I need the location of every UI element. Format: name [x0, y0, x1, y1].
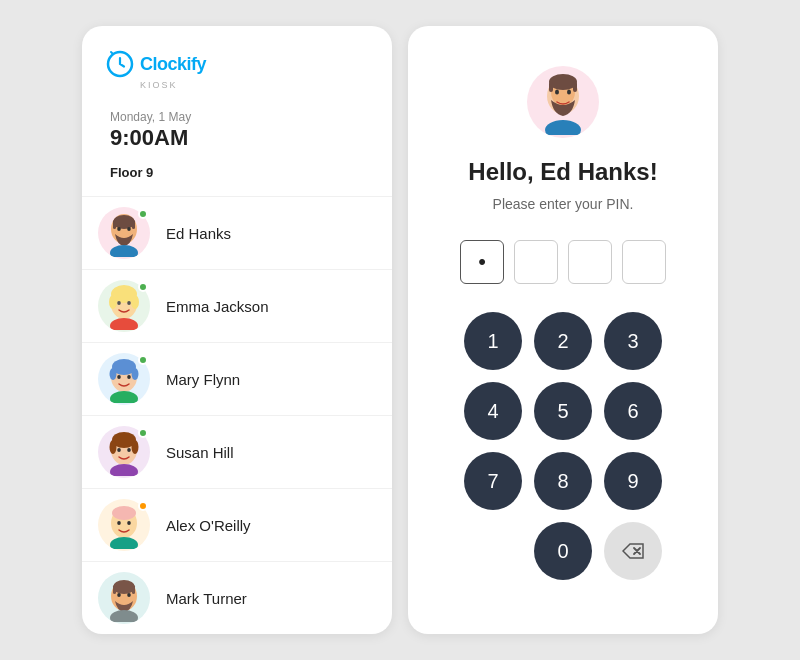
svg-point-13 — [127, 301, 131, 305]
num-btn-8[interactable]: 8 — [534, 452, 592, 510]
num-btn-4[interactable]: 4 — [464, 382, 522, 440]
svg-rect-3 — [113, 220, 116, 229]
left-header: Clockify KIOSK Monday, 1 May 9:00AM Floo… — [82, 26, 392, 196]
svg-point-21 — [110, 391, 138, 403]
user-item[interactable]: Emma Jackson — [82, 269, 392, 342]
user-item[interactable]: Mary Flynn — [82, 342, 392, 415]
svg-point-35 — [113, 580, 135, 594]
status-dot — [138, 209, 148, 219]
svg-point-12 — [117, 301, 121, 305]
selected-avatar-svg — [533, 70, 593, 135]
avatar-wrap — [98, 426, 150, 478]
svg-point-40 — [110, 610, 138, 622]
status-dot — [138, 282, 148, 292]
svg-rect-36 — [113, 585, 116, 594]
svg-point-33 — [110, 537, 138, 549]
user-name: Mark Turner — [166, 590, 247, 607]
status-dot — [138, 501, 148, 511]
user-item[interactable]: Alex O'Reilly — [82, 488, 392, 561]
status-dot — [138, 355, 148, 365]
num-btn-0[interactable]: 0 — [534, 522, 592, 580]
svg-rect-45 — [573, 82, 577, 92]
svg-point-32 — [127, 521, 131, 525]
svg-point-39 — [127, 593, 131, 597]
pin-box-4 — [622, 240, 666, 284]
svg-rect-44 — [549, 82, 553, 92]
svg-point-11 — [131, 295, 139, 309]
pin-box-3 — [568, 240, 612, 284]
num-btn-3[interactable]: 3 — [604, 312, 662, 370]
num-btn-1[interactable]: 1 — [464, 312, 522, 370]
backspace-button[interactable] — [604, 522, 662, 580]
svg-point-27 — [127, 448, 131, 452]
num-btn-9[interactable]: 9 — [604, 452, 662, 510]
svg-point-5 — [117, 227, 121, 231]
avatar-wrap — [98, 207, 150, 259]
date-text: Monday, 1 May — [110, 110, 368, 124]
svg-point-28 — [110, 464, 138, 476]
status-dot — [138, 428, 148, 438]
svg-rect-37 — [132, 585, 135, 594]
backspace-icon — [622, 543, 644, 559]
user-name: Susan Hill — [166, 444, 234, 461]
user-item[interactable]: Mark Turner — [82, 561, 392, 634]
user-name: Ed Hanks — [166, 225, 231, 242]
svg-point-24 — [110, 440, 117, 454]
avatar-wrap — [98, 572, 150, 624]
logo-text: Clockify — [140, 54, 206, 75]
svg-point-19 — [117, 375, 121, 379]
svg-point-7 — [110, 245, 138, 257]
svg-point-2 — [113, 215, 135, 229]
svg-point-14 — [110, 318, 138, 330]
user-list: Ed Hanks Emma Jackson Mary Flynn Susan H… — [82, 196, 392, 634]
svg-point-17 — [110, 368, 117, 380]
avatar — [98, 572, 150, 624]
avatar-wrap — [98, 280, 150, 332]
svg-point-31 — [117, 521, 121, 525]
svg-point-38 — [117, 593, 121, 597]
avatar-wrap — [98, 499, 150, 551]
svg-rect-4 — [132, 220, 135, 229]
numpad: 1 2 3 4 5 6 7 8 9 0 — [464, 312, 662, 580]
num-btn-6[interactable]: 6 — [604, 382, 662, 440]
user-item[interactable]: Susan Hill — [82, 415, 392, 488]
num-btn-5[interactable]: 5 — [534, 382, 592, 440]
svg-point-20 — [127, 375, 131, 379]
num-btn-7[interactable]: 7 — [464, 452, 522, 510]
svg-point-18 — [132, 368, 139, 380]
pin-box-2 — [514, 240, 558, 284]
pin-inputs: • — [460, 240, 666, 284]
location-text: Floor 9 — [110, 165, 368, 180]
svg-point-10 — [109, 295, 117, 309]
user-name: Emma Jackson — [166, 298, 269, 315]
num-btn-2[interactable]: 2 — [534, 312, 592, 370]
time-text: 9:00AM — [110, 125, 368, 151]
user-item[interactable]: Ed Hanks — [82, 196, 392, 269]
selected-user-avatar — [527, 66, 599, 138]
logo-area: Clockify — [106, 50, 368, 78]
svg-point-46 — [555, 89, 559, 94]
svg-point-48 — [545, 120, 581, 135]
pin-box-1: • — [460, 240, 504, 284]
pin-prompt: Please enter your PIN. — [493, 196, 634, 212]
user-name: Mary Flynn — [166, 371, 240, 388]
svg-point-43 — [549, 74, 577, 90]
svg-point-30 — [112, 506, 136, 520]
kiosk-label: KIOSK — [140, 80, 368, 90]
clockify-logo-icon — [106, 50, 134, 78]
user-name: Alex O'Reilly — [166, 517, 251, 534]
hello-text: Hello, Ed Hanks! — [468, 158, 657, 186]
svg-point-6 — [127, 227, 131, 231]
svg-point-47 — [567, 89, 571, 94]
avatar-wrap — [98, 353, 150, 405]
right-panel: Hello, Ed Hanks! Please enter your PIN. … — [408, 26, 718, 634]
date-time: Monday, 1 May 9:00AM Floor 9 — [110, 110, 368, 180]
svg-point-26 — [117, 448, 121, 452]
svg-point-25 — [132, 440, 139, 454]
left-panel: Clockify KIOSK Monday, 1 May 9:00AM Floo… — [82, 26, 392, 634]
